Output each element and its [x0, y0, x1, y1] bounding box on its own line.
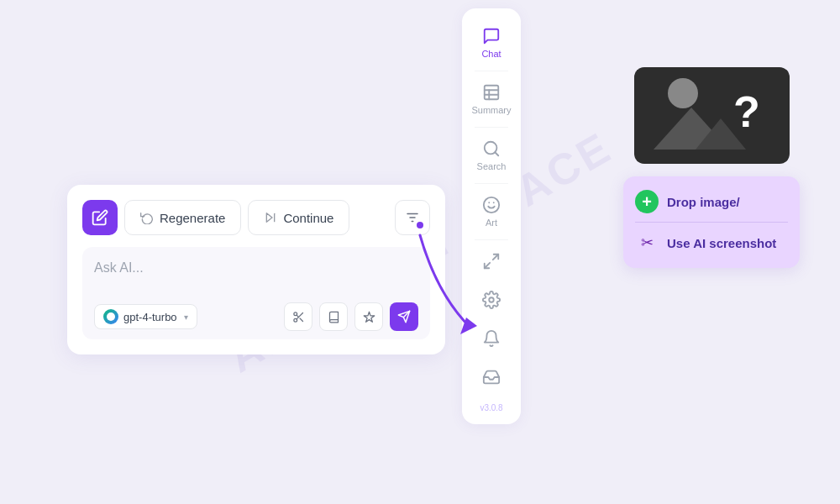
- screenshot-row[interactable]: ✂ Use AI screenshot: [635, 226, 788, 260]
- main-panel: Regenerate Continue Ask AI...: [67, 185, 445, 354]
- edit-button[interactable]: [82, 200, 118, 235]
- svg-point-24: [489, 297, 494, 302]
- drop-image-row[interactable]: + Drop image/: [635, 185, 788, 218]
- svg-line-18: [495, 152, 498, 155]
- svg-marker-0: [267, 213, 273, 223]
- svg-line-10: [297, 315, 298, 317]
- sidebar-item-expand[interactable]: [462, 242, 521, 281]
- sidebar-divider-1: [475, 71, 508, 71]
- sidebar-divider-3: [475, 183, 508, 184]
- book-button[interactable]: [319, 302, 348, 331]
- svg-line-22: [493, 255, 498, 260]
- sidebar-item-chat[interactable]: Chat: [462, 17, 521, 69]
- sidebar-divider-4: [475, 239, 508, 240]
- send-button[interactable]: [390, 302, 418, 331]
- drop-image-label: Drop image/: [667, 195, 740, 209]
- drop-plus-icon: +: [635, 190, 659, 213]
- scissors-icon: ✂: [635, 231, 659, 255]
- model-name: gpt-4-turbo: [123, 311, 177, 323]
- svg-text:?: ?: [733, 87, 760, 136]
- sidebar-item-inbox[interactable]: [462, 358, 521, 396]
- cut-button[interactable]: [284, 302, 312, 331]
- sidebar-item-search[interactable]: Search: [462, 129, 521, 181]
- sidebar-item-settings[interactable]: [462, 281, 521, 319]
- regenerate-button[interactable]: Regenerate: [124, 200, 241, 235]
- svg-rect-13: [485, 86, 499, 100]
- drop-popup-divider: [635, 222, 788, 223]
- toolbar-row: Regenerate Continue: [82, 200, 430, 235]
- svg-point-19: [484, 197, 499, 213]
- sidebar-search-label: Search: [477, 161, 507, 171]
- sidebar-art-label: Art: [486, 218, 497, 228]
- svg-line-9: [300, 318, 302, 321]
- model-selector[interactable]: gpt-4-turbo ▾: [94, 304, 197, 329]
- regenerate-label: Regenerate: [160, 211, 225, 225]
- chat-footer: gpt-4-turbo ▾: [94, 302, 418, 331]
- sidebar-item-notifications[interactable]: [462, 319, 521, 358]
- sidebar-item-summary[interactable]: Summary: [462, 73, 521, 125]
- sidebar-divider-2: [475, 127, 508, 128]
- svg-point-5: [107, 312, 115, 321]
- sidebar-chat-label: Chat: [481, 49, 501, 59]
- sidebar-item-art[interactable]: Art: [462, 186, 521, 238]
- chat-placeholder[interactable]: Ask AI...: [94, 259, 418, 284]
- continue-button[interactable]: Continue: [248, 200, 349, 235]
- svg-line-23: [485, 263, 490, 268]
- model-icon: [103, 309, 118, 324]
- chat-input-area: Ask AI... gpt-4-turbo ▾: [82, 247, 430, 339]
- sparkle-button[interactable]: [354, 302, 383, 331]
- continue-label: Continue: [283, 211, 333, 225]
- sidebar-summary-label: Summary: [471, 105, 511, 115]
- svg-point-26: [668, 78, 698, 108]
- chevron-down-icon: ▾: [184, 312, 188, 322]
- screenshot-label: Use AI screenshot: [667, 236, 776, 250]
- drop-popup: + Drop image/ ✂ Use AI screenshot: [623, 176, 800, 268]
- sidebar: Chat Summary Search: [462, 8, 521, 424]
- image-preview: ?: [634, 67, 790, 164]
- filter-button[interactable]: [395, 200, 430, 235]
- version-label: v3.0.8: [480, 396, 502, 416]
